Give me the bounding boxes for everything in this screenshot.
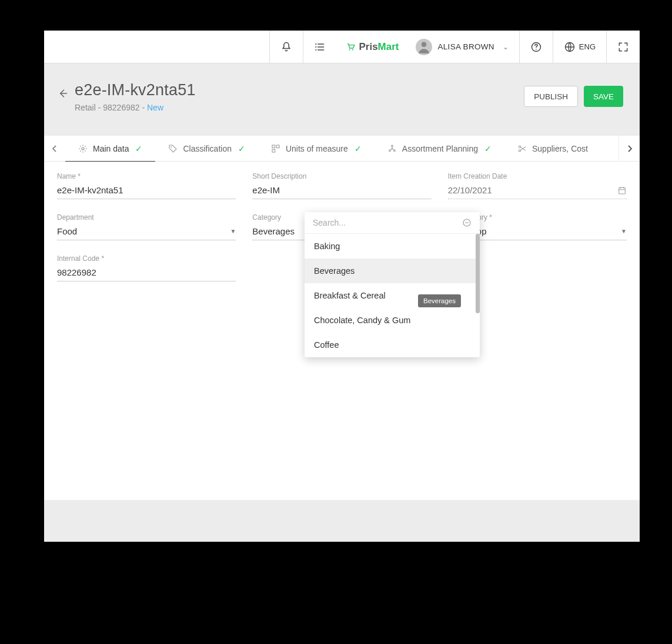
svg-point-1 bbox=[316, 46, 317, 47]
cart-icon bbox=[346, 42, 355, 52]
svg-rect-11 bbox=[272, 145, 275, 148]
logo[interactable]: PrisMart bbox=[336, 31, 408, 63]
select-value: Beverages bbox=[252, 226, 295, 236]
tabs-next[interactable] bbox=[618, 136, 640, 161]
field-department: Department Food ▼ bbox=[57, 213, 236, 240]
field-label: Name * bbox=[57, 172, 236, 180]
svg-rect-19 bbox=[619, 187, 626, 194]
tab-label: Assortment Planning bbox=[402, 144, 478, 153]
tab-assortment[interactable]: Assortment Planning ✓ bbox=[375, 136, 504, 162]
short-description-input[interactable] bbox=[252, 183, 431, 199]
select-value: Food bbox=[57, 226, 77, 236]
tabs-prev[interactable] bbox=[44, 136, 65, 161]
creation-date-input[interactable]: 22/10/2021 bbox=[448, 183, 627, 199]
tab-suppliers[interactable]: Suppliers, Cost bbox=[504, 136, 601, 162]
globe-icon bbox=[564, 41, 576, 53]
network-icon bbox=[387, 144, 397, 153]
date-value: 22/10/2021 bbox=[448, 185, 492, 195]
list-icon bbox=[314, 41, 326, 53]
app-window: PrisMart ALISA BROWN ⌄ ENG e2e-IM bbox=[44, 31, 640, 542]
svg-rect-13 bbox=[272, 149, 275, 152]
field-label: Department bbox=[57, 213, 236, 222]
department-select[interactable]: Food ▼ bbox=[57, 224, 236, 240]
svg-point-14 bbox=[391, 145, 393, 147]
list-button[interactable] bbox=[303, 31, 336, 63]
page-header: e2e-IM-kv2nta51 Retail - 98226982 - New … bbox=[44, 81, 640, 112]
dropdown-item[interactable]: Baking bbox=[305, 234, 480, 259]
back-button[interactable] bbox=[52, 83, 72, 103]
field-label: Short Description bbox=[252, 172, 431, 180]
svg-point-9 bbox=[82, 147, 84, 150]
expand-icon bbox=[617, 41, 629, 53]
breadcrumb-retail: Retail bbox=[75, 103, 96, 112]
check-icon: ✓ bbox=[484, 144, 492, 153]
user-menu[interactable]: ALISA BROWN ⌄ bbox=[409, 31, 519, 63]
check-icon: ✓ bbox=[135, 144, 142, 153]
scissors-icon bbox=[517, 144, 527, 153]
tabs-row: Main data ✓ Classification ✓ Units of me… bbox=[44, 136, 640, 162]
breadcrumb-status[interactable]: New bbox=[147, 103, 163, 112]
tab-units[interactable]: Units of measure ✓ bbox=[258, 136, 375, 162]
svg-point-2 bbox=[316, 49, 317, 50]
user-name-label: ALISA BROWN bbox=[438, 42, 494, 51]
scrollbar[interactable] bbox=[476, 234, 480, 313]
internal-code-input[interactable] bbox=[57, 265, 236, 281]
language-label: ENG bbox=[579, 42, 596, 51]
arrow-left-icon bbox=[56, 88, 68, 99]
caret-down-icon: ▼ bbox=[230, 228, 236, 234]
field-name: Name * bbox=[57, 172, 236, 199]
svg-point-4 bbox=[352, 49, 353, 50]
chevron-down-icon: ⌄ bbox=[503, 43, 509, 51]
tab-label: Suppliers, Cost bbox=[532, 144, 588, 153]
dropdown-item[interactable]: Coffee bbox=[305, 333, 480, 357]
page-title: e2e-IM-kv2nta51 bbox=[75, 81, 524, 99]
help-icon bbox=[530, 41, 542, 53]
bell-icon bbox=[280, 41, 292, 53]
chevron-left-icon bbox=[52, 145, 58, 153]
tab-label: Main data bbox=[93, 144, 129, 153]
breadcrumb: Retail - 98226982 - New bbox=[75, 103, 524, 112]
dropdown-item[interactable]: Chocolate, Candy & Gum bbox=[305, 308, 480, 333]
field-creation-date: Item Creation Date 22/10/2021 bbox=[448, 172, 627, 199]
tag-icon bbox=[168, 144, 178, 153]
breadcrumb-code: 98226982 bbox=[103, 103, 139, 112]
dropdown-tooltip: Beverages bbox=[418, 294, 461, 307]
logo-pris: Pris bbox=[359, 41, 377, 52]
svg-point-7 bbox=[536, 48, 537, 49]
fullscreen-button[interactable] bbox=[606, 31, 640, 63]
gear-icon bbox=[78, 144, 88, 153]
chevron-right-icon bbox=[627, 145, 633, 153]
grid-icon bbox=[271, 144, 280, 153]
svg-rect-12 bbox=[276, 145, 279, 148]
notifications-button[interactable] bbox=[269, 31, 303, 63]
main-card: Main data ✓ Classification ✓ Units of me… bbox=[44, 136, 640, 500]
field-short-description: Short Description bbox=[252, 172, 431, 199]
page-body: e2e-IM-kv2nta51 Retail - 98226982 - New … bbox=[44, 63, 640, 542]
check-icon: ✓ bbox=[238, 144, 245, 153]
tab-label: Units of measure bbox=[286, 144, 348, 153]
svg-point-0 bbox=[316, 43, 317, 44]
tab-classification[interactable]: Classification ✓ bbox=[155, 136, 258, 162]
caret-down-icon: ▼ bbox=[621, 228, 627, 234]
tab-main-data[interactable]: Main data ✓ bbox=[65, 136, 155, 162]
category-dropdown: Baking Beverages Breakfast & Cereal Choc… bbox=[305, 212, 480, 357]
svg-point-10 bbox=[171, 146, 172, 147]
name-input[interactable] bbox=[57, 183, 236, 199]
top-header: PrisMart ALISA BROWN ⌄ ENG bbox=[44, 31, 640, 63]
svg-point-3 bbox=[349, 49, 350, 50]
publish-button[interactable]: PUBLISH bbox=[524, 86, 578, 107]
calendar-icon bbox=[617, 186, 627, 195]
tab-label: Classification bbox=[183, 144, 231, 153]
language-button[interactable]: ENG bbox=[553, 31, 606, 63]
avatar bbox=[416, 39, 432, 55]
logo-mart: Mart bbox=[378, 41, 399, 52]
save-button[interactable]: SAVE bbox=[584, 86, 623, 107]
field-label: Internal Code * bbox=[57, 254, 236, 263]
dropdown-item[interactable]: Beverages bbox=[305, 259, 480, 283]
help-button[interactable] bbox=[519, 31, 553, 63]
dropdown-search-input[interactable] bbox=[313, 218, 462, 227]
clear-icon[interactable] bbox=[462, 218, 472, 227]
dropdown-search-row bbox=[305, 212, 480, 234]
field-internal-code: Internal Code * bbox=[57, 254, 236, 281]
svg-point-5 bbox=[421, 42, 426, 47]
